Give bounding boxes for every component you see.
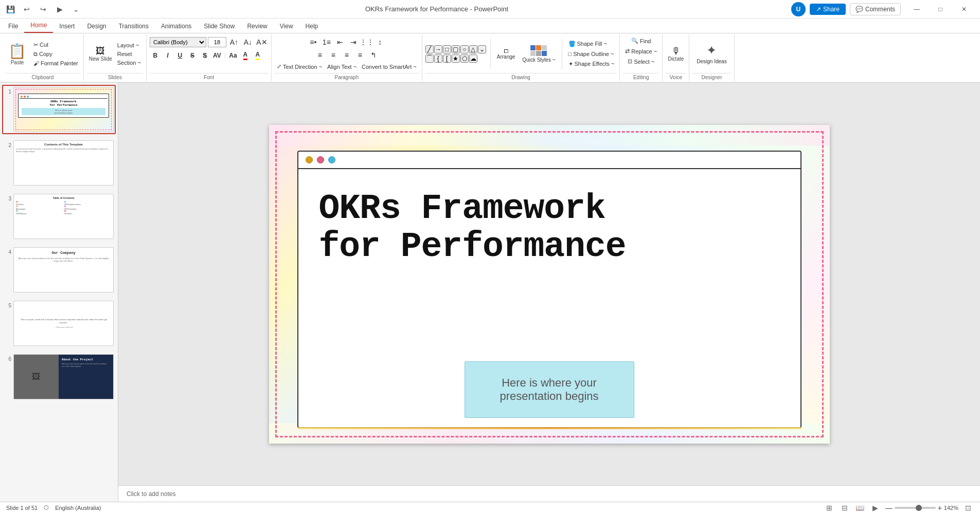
tab-view[interactable]: View: [274, 20, 299, 33]
tab-transitions[interactable]: Transitions: [113, 20, 155, 33]
shape-circle-button[interactable]: ○: [460, 45, 469, 53]
replace-button[interactable]: ⇄ Replace ~: [623, 47, 659, 56]
minimize-button[interactable]: —: [905, 1, 929, 17]
shape-line-button[interactable]: ╱: [425, 45, 434, 53]
bold-button[interactable]: B: [150, 50, 161, 61]
slideshow-button[interactable]: ▶: [870, 502, 881, 514]
tab-animations[interactable]: Animations: [155, 20, 198, 33]
shape-curve-button[interactable]: ⌒: [425, 54, 434, 63]
slide-canvas[interactable]: OKRs Framework for Performance Here is w…: [269, 125, 830, 444]
slide-thumb-6[interactable]: 6 🖼 About the Project Mercury is the clo…: [2, 352, 116, 401]
line-spacing-button[interactable]: ↕: [374, 36, 386, 48]
tab-design[interactable]: Design: [81, 20, 112, 33]
tab-review[interactable]: Review: [241, 20, 273, 33]
strikethrough-button[interactable]: S: [187, 50, 198, 61]
notes-bar[interactable]: Click to add notes: [118, 485, 980, 502]
italic-button[interactable]: I: [162, 50, 173, 61]
shape-star-button[interactable]: ★: [452, 54, 460, 63]
slide-thumb-2[interactable]: 2 Contents of This Template Lorem ipsum …: [2, 138, 116, 188]
rtl-button[interactable]: ↰: [367, 49, 380, 61]
convert-smartart-button[interactable]: Convert to SmartArt ~: [360, 63, 419, 71]
slide-thumb-4[interactable]: 4 Our Company Mercury is the closest pla…: [2, 245, 116, 295]
font-color-button[interactable]: A: [240, 50, 251, 61]
highlight-button[interactable]: A: [252, 50, 263, 61]
design-ideas-button[interactable]: ✦ Design Ideas: [692, 41, 730, 66]
slide-main-title[interactable]: OKRs Framework for Performance: [319, 190, 780, 267]
change-case-button[interactable]: Aa: [227, 50, 239, 61]
fit-slide-button[interactable]: ⊡: [963, 502, 974, 514]
numbering-button[interactable]: 1≡: [320, 36, 333, 48]
zoom-slider[interactable]: [895, 507, 936, 509]
text-shadow-button[interactable]: S: [199, 50, 210, 61]
redo-button[interactable]: ↪: [37, 3, 49, 15]
subtitle-box[interactable]: Here is where your presentation begins: [465, 361, 634, 418]
reading-view-button[interactable]: 📖: [854, 502, 866, 514]
reset-button[interactable]: Reset: [115, 50, 143, 58]
undo-button[interactable]: ↩: [21, 3, 33, 15]
share-button[interactable]: ↗ Share: [810, 4, 846, 15]
increase-font-button[interactable]: A↑: [228, 36, 240, 48]
shape-cloud-button[interactable]: ☁: [469, 54, 477, 63]
format-painter-button[interactable]: 🖌 Format Painter: [31, 59, 80, 67]
accessibility-icon[interactable]: ⬡: [44, 504, 49, 511]
shape-rect-button[interactable]: □: [443, 45, 451, 53]
paste-button[interactable]: 📋 Paste: [5, 42, 29, 66]
slide-thumb-3[interactable]: 3 Table of Contents 01Definition 02Advan…: [2, 192, 116, 241]
shape-triangle-button[interactable]: △: [469, 45, 477, 53]
comments-button[interactable]: 💬 Comments: [850, 3, 901, 15]
clear-formatting-button[interactable]: A✕: [256, 36, 268, 48]
cut-button[interactable]: ✂ Cut: [31, 41, 80, 49]
slide-thumb-1[interactable]: 1 OKRs Frameworkfor Performance Here is …: [2, 85, 116, 134]
normal-view-button[interactable]: ⊞: [824, 502, 835, 514]
font-size-input[interactable]: [208, 37, 226, 47]
copy-button[interactable]: ⧉ Copy: [31, 50, 80, 59]
present-button[interactable]: ▶: [54, 3, 66, 15]
tab-insert[interactable]: Insert: [53, 20, 81, 33]
slide-thumb-5[interactable]: 5 "This is a quote, words full of wisdom…: [2, 299, 116, 348]
char-spacing-button[interactable]: AV: [211, 50, 223, 61]
close-button[interactable]: ✕: [952, 1, 976, 17]
select-button[interactable]: ⊡ Select ~: [626, 57, 656, 66]
decrease-font-button[interactable]: A↓: [242, 36, 254, 48]
find-button[interactable]: 🔍 Find: [629, 36, 653, 45]
increase-indent-button[interactable]: ⇥: [347, 36, 360, 48]
text-direction-button[interactable]: ⤢ Text Direction ~: [275, 62, 324, 71]
tab-help[interactable]: Help: [299, 20, 325, 33]
justify-button[interactable]: ≡: [354, 49, 366, 61]
slide-sorter-button[interactable]: ⊟: [839, 502, 850, 514]
bullets-button[interactable]: ≡•: [307, 36, 319, 48]
customize-qat-button[interactable]: ⌄: [70, 3, 82, 15]
maximize-button[interactable]: □: [929, 1, 952, 17]
shape-rounded-rect-button[interactable]: ▢: [452, 45, 460, 53]
tab-slideshow[interactable]: Slide Show: [198, 20, 241, 33]
shape-effects-button[interactable]: ✦ Shape Effects ~: [566, 60, 617, 68]
save-button[interactable]: 💾: [4, 3, 16, 15]
shape-fill-button[interactable]: 🪣 Shape Fill ~: [566, 40, 617, 48]
decrease-indent-button[interactable]: ⇤: [334, 36, 346, 48]
underline-button[interactable]: U: [174, 50, 186, 61]
dictate-button[interactable]: 🎙 Dictate: [666, 45, 686, 63]
new-slide-button[interactable]: 🖼 New Slide: [87, 45, 114, 63]
tab-home[interactable]: Home: [24, 19, 53, 33]
columns-button[interactable]: ⋮⋮: [361, 36, 373, 48]
shape-more-button[interactable]: ⌄: [478, 45, 486, 53]
font-family-select[interactable]: Calibri (Body): [150, 37, 206, 47]
zoom-out-icon[interactable]: —: [885, 504, 893, 512]
align-center-button[interactable]: ≡: [327, 49, 340, 61]
user-avatar[interactable]: U: [791, 2, 806, 16]
align-left-button[interactable]: ≡: [314, 49, 326, 61]
zoom-in-icon[interactable]: +: [938, 504, 942, 512]
align-right-button[interactable]: ≡: [341, 49, 353, 61]
shape-arrow-button[interactable]: →: [434, 45, 442, 53]
layout-button[interactable]: Layout ~: [115, 41, 143, 49]
shape-brace-button[interactable]: {: [434, 54, 442, 63]
design-ideas-icon: ✦: [706, 43, 717, 58]
quick-styles-button[interactable]: Quick Styles ~: [520, 44, 557, 64]
shape-pentagon-button[interactable]: ⬠: [460, 54, 469, 63]
arrange-button[interactable]: ⧠ Arrange: [495, 47, 518, 61]
tab-file[interactable]: File: [2, 20, 24, 33]
align-text-button[interactable]: Align Text ~: [325, 63, 359, 71]
section-button[interactable]: Section ~: [115, 59, 143, 67]
shape-outline-button[interactable]: □ Shape Outline ~: [566, 50, 617, 58]
shape-bracket-button[interactable]: [: [443, 54, 451, 63]
